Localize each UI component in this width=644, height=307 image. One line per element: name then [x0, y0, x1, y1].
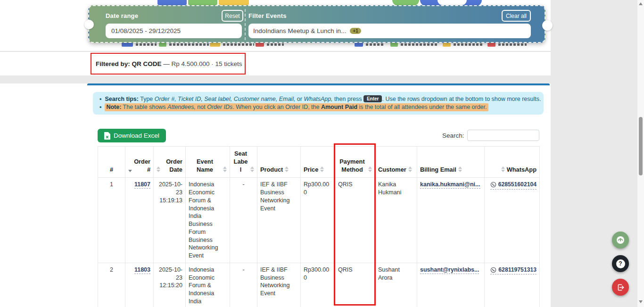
clipped-logo-crescent: [438, 0, 467, 5]
column-header-event-name[interactable]: Event Name: [186, 147, 230, 178]
section-divider: [0, 51, 551, 52]
legend-chip-blue: [355, 42, 363, 47]
gauge-icon: [616, 235, 625, 245]
filter-panel: Date range Reset Filter Events Clear all…: [88, 5, 545, 43]
filtered-by-label: Filtered by: QR CODE: [96, 60, 162, 67]
legend-chip-green: [159, 42, 166, 47]
logout-icon: [617, 283, 625, 291]
cell-seat-label: -: [230, 263, 257, 307]
drag-handle-right[interactable]: [542, 20, 553, 31]
clipped-legend-text: [136, 43, 157, 46]
table-header-row: # Order # Order Date Event Name Seat Lab…: [98, 147, 540, 178]
whatsapp-link[interactable]: 628551602104: [490, 181, 537, 189]
selected-event-text: IndoIndians Meetup & Lunch in...: [253, 27, 346, 34]
cell-event-name: Indonesia Economic Forum & Indonesia Ind…: [186, 178, 230, 263]
column-header-product[interactable]: Product: [257, 147, 301, 178]
order-id-link[interactable]: 11807: [134, 181, 150, 189]
order-id-link[interactable]: 11803: [134, 266, 150, 274]
sort-icon: [368, 166, 372, 174]
cell-billing-email: sushant@rynixlabs...: [417, 263, 485, 307]
search-label: Search:: [442, 132, 464, 139]
column-header-billing-email[interactable]: Billing Email: [417, 147, 485, 178]
help-fab-button[interactable]: ?: [612, 255, 629, 272]
whatsapp-icon: [490, 267, 496, 273]
cell-payment-method: QRIS: [335, 178, 375, 263]
cell-price: Rp300.000: [301, 263, 335, 307]
drag-handle-left[interactable]: [84, 20, 94, 29]
search-tips-line: •Search tips: Type Order #, Ticket ID, S…: [99, 95, 544, 103]
event-filter-select[interactable]: IndoIndians Meetup & Lunch in... +1: [248, 24, 531, 38]
clipped-legend-text: [401, 43, 438, 46]
column-header-order-id[interactable]: Order #: [125, 147, 154, 178]
page: Date range Reset Filter Events Clear all…: [0, 0, 644, 307]
sort-icon: [128, 170, 132, 174]
sort-icon: [458, 166, 462, 174]
filtered-by-highlight-box: Filtered by: QR CODE — Rp 4.500.000 · 15…: [91, 53, 246, 75]
table-row: 1 11807 2025-10-23 15:19:13 Indonesia Ec…: [98, 178, 540, 263]
cell-seat-label: -: [230, 178, 257, 263]
legend-chip-green: [390, 42, 398, 47]
search-tips-label: Search tips:: [105, 96, 139, 102]
cell-index: 2: [98, 263, 125, 307]
clipped-legend-text: [366, 43, 385, 46]
date-range-input[interactable]: [106, 24, 242, 38]
column-header-order-date[interactable]: Order Date: [154, 147, 186, 178]
cell-billing-email: kanika.hukmani@ni...: [417, 178, 485, 263]
filter-events-label: Filter Events: [248, 12, 287, 19]
cell-index: 1: [98, 178, 125, 263]
attendees-table: # Order # Order Date Event Name Seat Lab…: [98, 146, 540, 307]
whatsapp-icon: [490, 182, 496, 188]
cell-product: IEF & IIBF Business Networking Event: [257, 178, 301, 263]
legend-chip-yellow: [443, 42, 451, 47]
dashboard-fab-button[interactable]: [612, 232, 629, 249]
download-excel-button[interactable]: Download Excel: [98, 129, 166, 142]
legend-chip-red: [256, 42, 264, 47]
date-range-label: Date range: [106, 12, 138, 19]
column-header-seat-label[interactable]: Seat Label: [230, 147, 257, 178]
cell-order-id: 11803: [125, 263, 154, 307]
filtered-by-region: [0, 52, 551, 75]
sort-icon: [250, 166, 254, 174]
column-header-customer[interactable]: Customer: [375, 147, 417, 178]
note-line: •Note: The table shows Attendees, not Or…: [99, 103, 544, 111]
search-tips-box: •Search tips: Type Order #, Ticket ID, S…: [93, 92, 544, 115]
table-row: 2 11803 2025-10-23 12:15:20 Indonesia Ec…: [98, 263, 540, 307]
billing-email-link[interactable]: kanika.hukmani@ni...: [420, 181, 480, 189]
sort-icon: [157, 166, 160, 174]
more-events-badge: +1: [350, 28, 361, 34]
cell-customer: Sushant Arora: [375, 263, 417, 307]
enter-key-badge: Enter: [363, 95, 382, 102]
bullet: •: [99, 104, 101, 110]
scroll-up-icon[interactable]: [639, 2, 643, 5]
panel-divider: [245, 9, 246, 40]
search-input[interactable]: [467, 130, 539, 141]
cell-order-date: 2025-10-23 12:15:20: [154, 263, 186, 307]
cell-product: IEF & IIBF Business Networking Event: [257, 263, 301, 307]
clipped-legend-text: [169, 43, 209, 46]
cell-order-id: 11807: [125, 178, 154, 263]
column-header-whatsapp[interactable]: WhatsApp: [485, 147, 540, 178]
clipped-legend-text: [454, 43, 484, 46]
legend-chip-red: [487, 42, 495, 47]
legend-chip-yellow: [210, 42, 220, 47]
column-header-payment-method[interactable]: Payment Method: [335, 147, 375, 178]
billing-email-link[interactable]: sushant@rynixlabs...: [420, 266, 479, 274]
filtered-by-summary: — Rp 4.500.000 · 15 tickets: [162, 60, 242, 67]
scroll-down-icon[interactable]: [639, 300, 643, 303]
question-icon: ?: [616, 259, 625, 268]
logout-fab-button[interactable]: [612, 279, 629, 296]
cell-customer: Kanika Hukmani: [375, 178, 417, 263]
cell-whatsapp: 628119751313: [485, 263, 540, 307]
cell-payment-method: QRIS: [335, 263, 375, 307]
clipped-tab-blue: [157, 0, 187, 5]
column-header-index[interactable]: #: [98, 147, 125, 178]
scrollbar-thumb[interactable]: [639, 117, 643, 175]
sort-icon: [408, 166, 412, 174]
column-header-price[interactable]: Price: [301, 147, 335, 178]
clear-all-button[interactable]: Clear all: [502, 10, 531, 22]
sort-icon: [320, 166, 324, 174]
cell-price: Rp300.000: [301, 178, 335, 263]
whatsapp-link[interactable]: 628119751313: [490, 266, 537, 274]
clipped-tab-green: [188, 0, 217, 5]
reset-button[interactable]: Reset: [222, 10, 243, 22]
